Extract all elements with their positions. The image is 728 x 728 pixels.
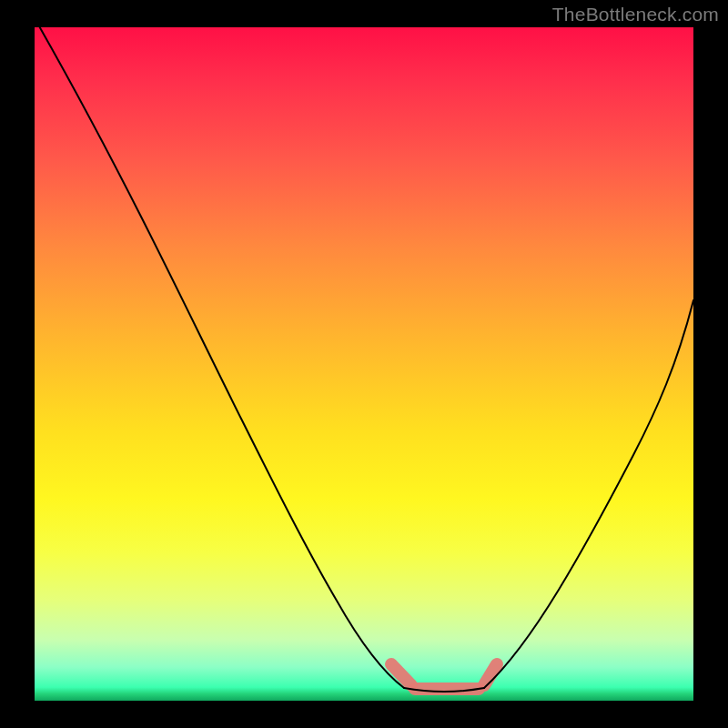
curve-left-descent	[35, 27, 404, 688]
highlight-left-knee	[391, 664, 411, 685]
curve-right-ascent	[484, 300, 693, 688]
watermark-text: TheBottleneck.com	[552, 4, 719, 25]
chart-frame: TheBottleneck.com	[0, 0, 728, 728]
plot-area	[35, 27, 693, 701]
curve-layer	[35, 27, 693, 701]
